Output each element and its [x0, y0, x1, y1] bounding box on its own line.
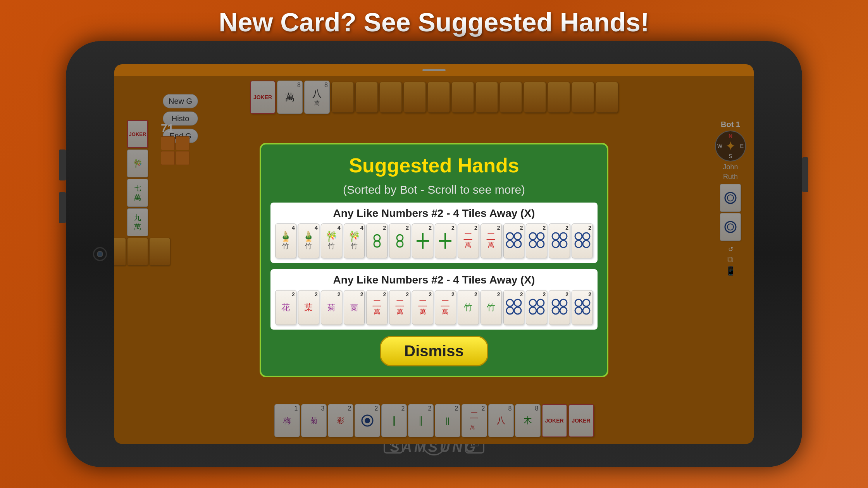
h2-flower4[interactable]: 2 蘭: [344, 290, 365, 325]
modal-subtitle: (Sorted by Bot - Scroll to see more): [343, 183, 525, 196]
hand1-title: Any Like Numbers #2 - 4 Tiles Away (X): [275, 207, 593, 220]
svg-point-26: [575, 233, 582, 240]
h2-bcircle4[interactable]: 2: [572, 290, 593, 325]
svg-point-29: [583, 241, 590, 247]
svg-point-23: [560, 233, 567, 240]
svg-point-17: [514, 241, 521, 247]
svg-point-41: [560, 307, 567, 314]
svg-point-34: [529, 299, 536, 306]
h1-bamboo4[interactable]: 4 🎋 竹: [344, 223, 365, 258]
svg-point-7: [374, 241, 380, 247]
svg-point-31: [514, 299, 521, 306]
h2-flower2[interactable]: 2 葉: [298, 290, 319, 325]
modal-title: Suggested Hands: [349, 154, 519, 177]
h2-bcircle2[interactable]: 2: [526, 290, 547, 325]
svg-point-38: [552, 299, 559, 306]
svg-point-18: [529, 233, 536, 240]
h1-char1[interactable]: 2 二 萬: [458, 223, 479, 258]
top-banner: New Card? See Suggested Hands!: [0, 0, 868, 41]
svg-point-28: [575, 241, 582, 247]
h2-bcircle3[interactable]: 2: [549, 290, 570, 325]
svg-point-22: [552, 233, 559, 240]
svg-point-25: [560, 241, 567, 247]
h2-bamboo2[interactable]: 2 竹: [480, 290, 502, 325]
h1-gcircle4[interactable]: 2: [435, 223, 456, 258]
status-indicator: [422, 69, 446, 71]
svg-point-9: [397, 241, 403, 247]
banner-text: New Card? See Suggested Hands!: [219, 7, 649, 37]
svg-point-36: [529, 307, 536, 314]
svg-point-42: [575, 299, 582, 306]
h1-gcircle3[interactable]: 2: [412, 223, 433, 258]
modal-overlay: Suggested Hands (Sorted by Bot - Scroll …: [114, 76, 754, 444]
hand-section-1: Any Like Numbers #2 - 4 Tiles Away (X) 4…: [270, 203, 598, 263]
phone-device: SAMSUNG ◁ ▭ JOKER 8 萬: [66, 41, 802, 467]
camera-icon: [93, 247, 107, 261]
h2-flower3[interactable]: 2 菊: [321, 290, 342, 325]
h2-bcircle1[interactable]: 2: [503, 290, 525, 325]
h1-gcircle2[interactable]: 2: [389, 223, 410, 258]
h2-char3[interactable]: 2 二 萬: [412, 290, 433, 325]
h1-char2[interactable]: 2 二 萬: [480, 223, 502, 258]
svg-point-40: [552, 307, 559, 314]
power-button[interactable]: [802, 157, 808, 192]
svg-point-43: [583, 299, 590, 306]
svg-point-15: [514, 233, 521, 240]
phone-screen: JOKER 8 萬 8 八 萬: [114, 64, 754, 444]
h1-bamboo3[interactable]: 4 🎋 竹: [321, 223, 342, 258]
svg-point-19: [537, 233, 544, 240]
status-bar: [114, 64, 754, 76]
h2-char1[interactable]: 2 二 萬: [366, 290, 388, 325]
svg-point-45: [583, 307, 590, 314]
svg-point-39: [560, 299, 567, 306]
svg-point-27: [583, 233, 590, 240]
svg-point-37: [537, 307, 544, 314]
volume-down-button[interactable]: [59, 192, 66, 223]
hand1-tiles: 4 🎍 竹 4 🎍 竹 4 🎋: [275, 223, 593, 258]
svg-point-35: [537, 299, 544, 306]
h2-flower1[interactable]: 2 花: [275, 290, 296, 325]
game-area: JOKER 8 萬 8 八 萬: [114, 76, 754, 444]
svg-point-6: [374, 235, 380, 241]
svg-point-20: [529, 241, 536, 247]
h2-char2[interactable]: 2 二 萬: [389, 290, 410, 325]
h1-bcircle3[interactable]: 2: [549, 223, 570, 258]
volume-up-button[interactable]: [59, 149, 66, 180]
h1-gcircle1[interactable]: 2: [366, 223, 388, 258]
svg-point-24: [552, 241, 559, 247]
svg-point-44: [575, 307, 582, 314]
svg-point-8: [397, 235, 403, 241]
suggested-hands-modal: Suggested Hands (Sorted by Bot - Scroll …: [260, 143, 608, 377]
svg-point-33: [514, 307, 521, 314]
h2-bamboo1[interactable]: 2 竹: [458, 290, 479, 325]
h1-bcircle4[interactable]: 2: [572, 223, 593, 258]
svg-point-16: [506, 241, 513, 247]
h2-char4[interactable]: 2 二 萬: [435, 290, 456, 325]
svg-point-14: [506, 233, 513, 240]
svg-point-32: [506, 307, 513, 314]
hand2-tiles: 2 花 2 葉 2 菊 2: [275, 290, 593, 325]
hand2-title: Any Like Numbers #2 - 4 Tiles Away (X): [275, 274, 593, 286]
h1-bamboo2[interactable]: 4 🎍 竹: [298, 223, 319, 258]
svg-point-21: [537, 241, 544, 247]
hand-section-2: Any Like Numbers #2 - 4 Tiles Away (X) 2…: [270, 269, 598, 330]
svg-point-30: [506, 299, 513, 306]
dismiss-button[interactable]: Dismiss: [380, 336, 488, 366]
h1-bcircle1[interactable]: 2: [503, 223, 525, 258]
h1-bcircle2[interactable]: 2: [526, 223, 547, 258]
h1-bamboo1[interactable]: 4 🎍 竹: [275, 223, 296, 258]
